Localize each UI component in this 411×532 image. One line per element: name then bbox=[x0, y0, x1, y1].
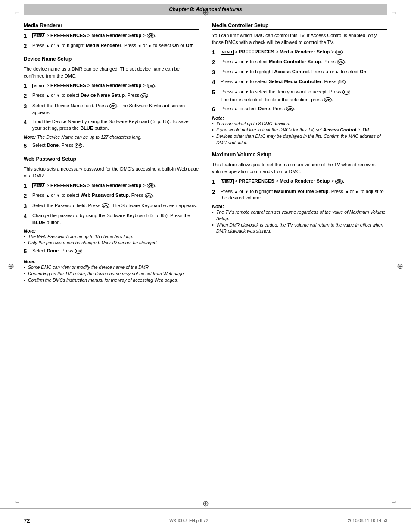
media-controller-step-5: 5 Press ▲ or ▼ to select the item you wa… bbox=[212, 89, 387, 103]
left-border-line bbox=[24, 32, 24, 508]
corner-mark-bl: ⌐ bbox=[15, 498, 19, 506]
device-name-step-3: 3 Select the Device Name field. Press OK… bbox=[24, 103, 199, 116]
media-renderer-step-2: 2 Press ▲ or ▼ to highlight Media Render… bbox=[24, 42, 199, 50]
web-password-desc: This setup sets a necessary password for… bbox=[24, 166, 199, 180]
max-volume-step-2: 2 Press ▲ or ▼ to highlight Maximum Volu… bbox=[212, 188, 387, 202]
crosshair-right: ⊕ bbox=[397, 261, 403, 271]
section-media-controller-title: Media Controller Setup bbox=[212, 22, 387, 30]
web-password-step-3: 3 Select the Password field. Press OK. T… bbox=[24, 202, 199, 210]
max-volume-desc: This feature allows you to set the maxim… bbox=[212, 162, 387, 175]
media-controller-desc: You can limit which DMC can control this… bbox=[212, 32, 387, 46]
device-name-step-4: 4 Input the Device Name by using the Sof… bbox=[24, 118, 199, 132]
arrow-left-icon: ◄ bbox=[137, 44, 141, 48]
left-column: Media Renderer 1 MENU > PREFERENCES > Me… bbox=[24, 22, 199, 285]
menu-icon: MENU bbox=[221, 179, 234, 184]
ok-icon: OK bbox=[75, 143, 82, 148]
corner-mark-tr: ⌐ bbox=[392, 9, 396, 16]
section-max-volume-title: Maximum Volume Setup bbox=[212, 152, 387, 159]
ok-icon: OK bbox=[147, 33, 155, 38]
web-password-step-5: 5 Select Done. Press OK. bbox=[24, 248, 199, 255]
media-controller-step-3: 3 Press ▲ or ▼ to highlight Access Contr… bbox=[212, 68, 387, 76]
menu-icon: MENU bbox=[221, 50, 234, 55]
media-controller-step-6: 6 Press ► to select Done. Press OK. bbox=[212, 106, 387, 113]
device-name-note: Note: The Device Name can be up to 127 c… bbox=[24, 134, 199, 140]
menu-icon: MENU bbox=[32, 84, 45, 89]
ok-icon: OK bbox=[75, 249, 82, 254]
ok-icon: OK bbox=[337, 59, 345, 65]
corner-mark-tl: ⌐ bbox=[15, 9, 19, 16]
media-controller-note: Note: You can select up to 8 DMC devices… bbox=[212, 115, 387, 146]
menu-icon: MENU bbox=[32, 33, 45, 38]
footer-right-text: 2010/08/11 10:14:53 bbox=[348, 518, 387, 523]
footer: 72 WX800U_EN.pdf 72 2010/08/11 10:14:53 bbox=[0, 508, 411, 532]
section-web-password-title: Web Password Setup bbox=[24, 156, 199, 163]
ok-icon: OK bbox=[109, 103, 117, 109]
ok-icon: OK bbox=[286, 106, 294, 112]
page: ⌐ ⌐ ⌐ ⌐ ⊕ ⊕ ⊕ ⊕ Chapter 8: Advanced feat… bbox=[0, 0, 411, 532]
web-password-step-4: 4 Change the password by using the Softw… bbox=[24, 212, 199, 226]
crosshair-top: ⊕ bbox=[202, 8, 209, 17]
footer-center-text: WX800U_EN.pdf 72 bbox=[30, 518, 348, 523]
crosshair-bottom: ⊕ bbox=[202, 499, 209, 508]
ok-icon: OK bbox=[335, 179, 343, 184]
main-content: Chapter 8: Advanced features Media Rende… bbox=[24, 0, 387, 298]
web-password-note: Note: The Web Password can be up to 15 c… bbox=[24, 228, 199, 246]
media-controller-step-1: 1 MENU > PREFERENCES > Media Renderer Se… bbox=[212, 49, 387, 56]
media-controller-step-2: 2 Press ▲ or ▼ to select Media Controlle… bbox=[212, 59, 387, 66]
ok-icon: OK bbox=[102, 203, 109, 208]
menu-icon: MENU bbox=[32, 183, 45, 188]
right-column: Media Controller Setup You can limit whi… bbox=[212, 22, 387, 285]
media-renderer-step-1: 1 MENU > PREFERENCES > Media Renderer Se… bbox=[24, 32, 199, 40]
max-volume-step-1: 1 MENU > PREFERENCES > Media Renderer Se… bbox=[212, 178, 387, 186]
crosshair-left: ⊕ bbox=[8, 261, 14, 271]
device-name-step-1: 1 MENU > PREFERENCES > Media Renderer Se… bbox=[24, 82, 199, 90]
web-password-step-1: 1 MENU > PREFERENCES > Media Renderer Se… bbox=[24, 182, 199, 190]
page-number: 72 bbox=[24, 517, 30, 524]
ok-icon: OK bbox=[324, 97, 332, 103]
ok-icon: OK bbox=[338, 80, 346, 85]
media-controller-step-4: 4 Press ▲ or ▼ to select Select Media Co… bbox=[212, 78, 387, 86]
device-name-step-2: 2 Press ▲ or ▼ to select Device Name Set… bbox=[24, 92, 199, 100]
arrow-up-icon: ▲ bbox=[46, 44, 50, 48]
ok-icon: OK bbox=[335, 50, 343, 55]
corner-mark-br: ⌐ bbox=[392, 498, 396, 506]
ok-icon: OK bbox=[145, 193, 153, 199]
ok-icon: OK bbox=[140, 93, 148, 99]
ok-icon: OK bbox=[342, 90, 350, 95]
arrow-right-icon: ► bbox=[148, 44, 152, 48]
ok-icon: OK bbox=[147, 84, 155, 89]
device-name-desc: The device name as a DMR can be changed.… bbox=[24, 66, 199, 80]
ok-icon: OK bbox=[147, 183, 155, 188]
section-media-renderer-title: Media Renderer bbox=[24, 22, 199, 30]
section-device-name-title: Device Name Setup bbox=[24, 56, 199, 63]
web-password-step-2: 2 Press ▲ or ▼ to select Web Password Se… bbox=[24, 192, 199, 200]
device-name-step-5: 5 Select Done. Press OK. bbox=[24, 142, 199, 150]
bottom-note: Note: Some DMC can view or modify the de… bbox=[24, 259, 199, 283]
arrow-down-icon: ▼ bbox=[56, 44, 60, 48]
two-column-layout: Media Renderer 1 MENU > PREFERENCES > Me… bbox=[24, 22, 387, 285]
max-volume-note: Note: The TV's remote control can set vo… bbox=[212, 204, 387, 234]
